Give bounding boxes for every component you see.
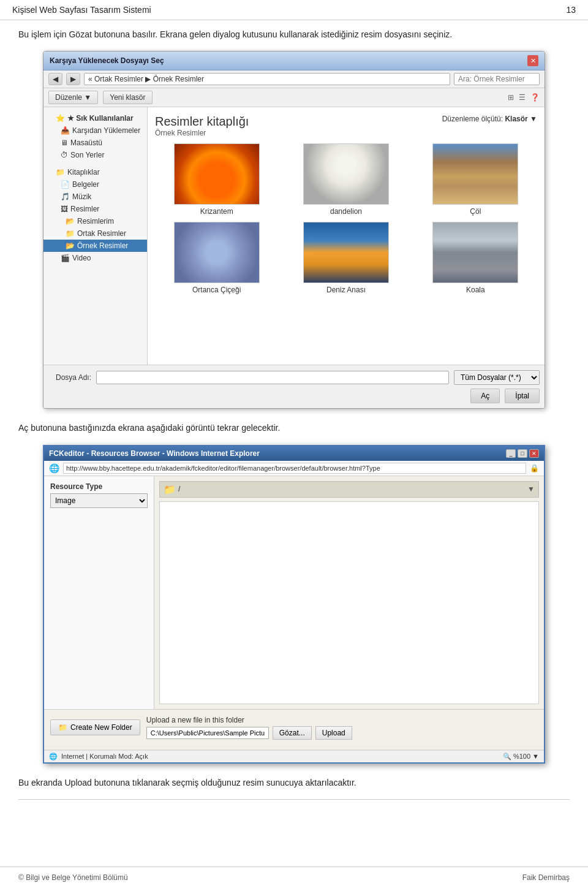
library-icon: 📁 [56,168,65,176]
recent-icon: ⏱ [61,151,68,159]
paragraph-3: Bu ekranda Upload butonuna tıklanarak se… [18,776,570,789]
fck-body: Resource Type Image 📁 / ▼ [44,476,544,709]
dialog-main: Düzenleme ölçütü: Klasör ▼ Resimler kita… [148,107,545,365]
path-breadcrumb: « Ortak Resimler ▶ Örnek Resimler [84,73,450,85]
maximize-button[interactable]: □ [518,449,527,458]
sidebar-item-desktop[interactable]: 🖥 Masaüstü [43,137,147,149]
resource-type-label: Resource Type [50,482,148,491]
dialog-titlebar: Karşıya Yüklenecek Dosyayı Seç ✕ [43,51,545,70]
sort-control[interactable]: Düzenleme ölçütü: Klasör ▼ [442,115,537,123]
thumbnail-koala [432,222,518,283]
fck-statusbar: 🌐 Internet | Korumalı Mod: Açık 🔍 %100 ▼ [44,749,544,762]
image-item-col[interactable]: Çöl [414,143,537,216]
page-number: 13 [566,5,576,15]
fck-right-panel: 📁 / ▼ [154,476,544,709]
fck-upload-section: Upload a new file in this folder Gözat..… [146,716,352,740]
create-new-folder-button[interactable]: 📁 Create New Folder [50,719,140,735]
thumbnail-col [432,143,518,205]
zoom-control[interactable]: 🔍 %100 ▼ [503,753,539,761]
video-icon: 🎬 [61,254,70,262]
image-item-deniz[interactable]: Deniz Anası [284,222,407,294]
close-button[interactable]: ✕ [529,449,539,458]
file-open-dialog: Karşıya Yüklenecek Dosyayı Seç ✕ ◀ ▶ « O… [43,51,545,409]
fck-status-right: 🔍 %100 ▼ [503,753,539,761]
folder-create-icon: 📁 [58,723,67,732]
organize-button[interactable]: Düzenle ▼ [48,91,98,104]
sidebar-item-libraries[interactable]: 📁 Kitaplıklar [43,166,147,178]
cancel-button[interactable]: İptal [505,389,540,403]
library-header: Düzenleme ölçütü: Klasör ▼ Resimler kita… [155,115,537,137]
thumbnail-deniz [303,222,389,283]
filename-label: Dosya Adı: [48,373,91,382]
paragraph-2: Aç butonuna bastığınızda ekrana aşağıdak… [18,421,570,435]
upload-button[interactable]: Upload [315,726,352,740]
sidebar-item-pictures[interactable]: 🖼 Resimler [43,203,147,215]
dialog-close-button[interactable]: ✕ [527,55,538,66]
upload-path-input[interactable] [146,727,269,739]
sidebar-item-public-pictures[interactable]: 📁 Ortak Resimler [43,227,147,240]
back-button[interactable]: ◀ [48,73,62,85]
sidebar-item-sample-pictures[interactable]: 📂 Örnek Resimler [43,240,147,252]
image-item-koala[interactable]: Koala [414,222,537,294]
page-title: Kişisel Web Sayfası Tasarım Sistemi [12,5,151,15]
image-label-dandelion: dandelion [330,207,362,216]
security-icon: 🔒 [530,464,539,472]
footer-divider [18,799,570,800]
fck-window-buttons: _ □ ✕ [506,449,539,458]
fckeditor-dialog: FCKeditor - Resources Browser - Windows … [43,445,545,764]
sidebar-item-recent[interactable]: ⏱ Son Yerler [43,149,147,161]
footer-left: © Bilgi ve Belge Yönetimi Bölümü [18,873,128,882]
star-icon: ⭐ [56,114,65,123]
browser-status-icon: 🌐 [49,753,58,761]
documents-icon: 📄 [61,180,70,189]
fck-title: FCKeditor - Resources Browser - Windows … [49,449,260,458]
fck-status-left: 🌐 Internet | Korumalı Mod: Açık [49,753,148,761]
minimize-button[interactable]: _ [506,449,516,458]
open-button[interactable]: Aç [470,389,500,403]
image-label-krizantem: Krizantem [200,207,233,216]
library-subtitle: Örnek Resimler [155,129,537,137]
dialog-footer: Dosya Adı: Tüm Dosyalar (*.*) Aç İptal [43,365,545,408]
dialog-actionbar: Düzenle ▼ Yeni klasör ⊞ ☰ ❓ [43,88,545,107]
fck-path: / [178,485,180,493]
image-label-deniz: Deniz Anası [326,286,366,294]
filename-input[interactable] [96,371,449,384]
desktop-icon: 🖥 [61,139,68,147]
sidebar-item-documents[interactable]: 📄 Belgeler [43,178,147,191]
image-item-dandelion[interactable]: dandelion [284,143,407,216]
browse-button[interactable]: Gözat... [273,726,312,740]
page-header: Kişisel Web Sayfası Tasarım Sistemi 13 [0,0,588,20]
image-item-krizantem[interactable]: Krizantem [155,143,278,216]
main-content: Bu işlem için Gözat butonuna basılır. Ek… [0,28,588,789]
image-label-ortanca: Ortanca Çiçeği [192,286,241,294]
paragraph-1: Bu işlem için Gözat butonuna basılır. Ek… [18,28,570,41]
sidebar-item-video[interactable]: 🎬 Video [43,252,147,264]
shared-folder-icon: 📁 [66,229,75,238]
image-item-ortanca[interactable]: Ortanca Çiçeği [155,222,278,294]
url-input[interactable] [63,463,526,474]
search-input[interactable] [454,73,540,85]
folder-icon: 📂 [66,217,75,226]
sidebar-item-favorites[interactable]: ⭐ ★ Sık Kullanılanlar [43,112,147,124]
thumbnail-krizantem [174,143,260,205]
new-folder-button[interactable]: Yeni klasör [103,91,152,104]
pictures-icon: 🖼 [61,205,68,213]
fck-path-bar: 📁 / ▼ [159,481,539,498]
sidebar-item-music[interactable]: 🎵 Müzik [43,191,147,203]
forward-button[interactable]: ▶ [66,73,80,85]
image-label-koala: Koala [466,286,485,294]
image-grid: Krizantem dandelion Çöl Ortanca Çiçeği [155,143,537,294]
footer-buttons: Aç İptal [48,389,540,403]
fck-left-panel: Resource Type Image [44,476,154,709]
dialog-body: ⭐ ★ Sık Kullanılanlar 📥 Karşıdan Yükleme… [43,107,545,365]
upload-label: Upload a new file in this folder [146,716,352,724]
music-icon: 🎵 [61,192,70,201]
dialog-toolbar: ◀ ▶ « Ortak Resimler ▶ Örnek Resimler [43,70,545,88]
thumbnail-dandelion [303,143,389,205]
filetype-select[interactable]: Tüm Dosyalar (*.*) [454,370,540,385]
sidebar-item-downloads[interactable]: 📥 Karşıdan Yüklemeler [43,124,147,137]
sidebar-item-my-pictures[interactable]: 📂 Resimlerim [43,215,147,227]
resource-type-select[interactable]: Image [50,493,148,508]
fck-addressbar: 🌐 🔒 [44,461,544,476]
browser-icon: 🌐 [49,463,59,473]
